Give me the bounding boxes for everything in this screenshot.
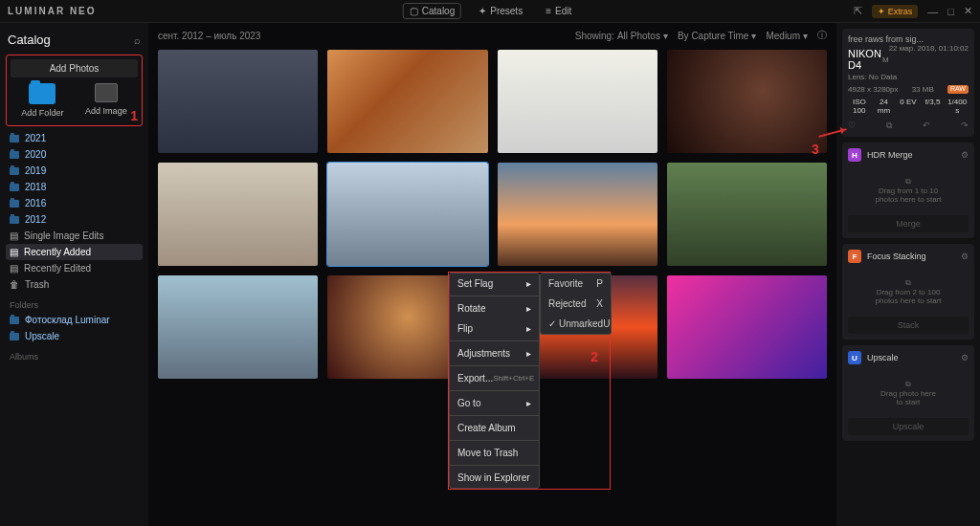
info-filename: free raws from sig... (848, 34, 924, 44)
info-date: 22 мар. 2018, 01:10:02 (889, 44, 969, 53)
exif-row: ISO 100 24 mm 0 EV f/3,5 1/400 s (848, 98, 969, 115)
tab-catalog[interactable]: ▢ Catalog (403, 3, 461, 19)
dimensions: 4928 x 3280px (848, 85, 899, 94)
image-icon (95, 83, 118, 102)
thumbnail[interactable] (667, 50, 827, 153)
sub-unmarked[interactable]: UnmarkedU (541, 314, 611, 334)
gear-icon[interactable]: ⚙ (961, 150, 969, 160)
annotation-1: 1 (130, 108, 138, 123)
hdr-merge-card[interactable]: HHDR Merge⚙ ⧉Drag from 1 to 10 photos he… (842, 142, 974, 238)
single-edits-item[interactable]: ▤ Single Image Edits (6, 228, 143, 244)
folder-icon (29, 83, 56, 104)
annotation-3: 3 (812, 142, 819, 157)
tab-presets[interactable]: ✦ Presets (473, 4, 528, 18)
chevron-right-icon: ▸ (526, 278, 531, 289)
thumbnail[interactable] (158, 163, 318, 266)
thumbnail[interactable] (667, 275, 827, 379)
year-item[interactable]: 2020 (6, 146, 143, 163)
add-folder-button[interactable]: Add Folder (21, 83, 63, 118)
thumbnail[interactable] (498, 50, 657, 153)
ctx-flip[interactable]: Flip▸ (450, 318, 539, 339)
thumbnail[interactable] (158, 50, 318, 153)
flag-submenu: FavoriteP RejectedX UnmarkedU (540, 273, 612, 335)
info-toggle-icon[interactable]: ⓘ (817, 29, 827, 42)
filesize: 33 MB (912, 85, 934, 94)
tab-edit[interactable]: ≡ Edit (540, 4, 577, 18)
upscale-hint: ⧉Drag photo here to start (848, 372, 969, 414)
sort-filter[interactable]: By Capture Time ▾ (678, 31, 756, 41)
focus-stacking-card[interactable]: FFocus Stacking⚙ ⧉Drag from 2 to 100 pho… (842, 244, 974, 340)
ctx-export[interactable]: Export...Shift+Ctrl+E (450, 368, 539, 388)
merge-button[interactable]: Merge (848, 215, 969, 232)
thumbnail-selected[interactable] (327, 163, 487, 266)
info-card: free raws from sig... 22 мар. 2018, 01:1… (842, 29, 974, 137)
camera-model: NIKON D4M (848, 48, 889, 71)
extras-button[interactable]: ✦ Extras (872, 5, 919, 18)
date-range: сент. 2012 – июль 2023 (158, 31, 260, 41)
export-icon[interactable]: ⇱ (854, 5, 862, 17)
ctx-trash[interactable]: Move to Trash (450, 443, 539, 463)
thumbnail[interactable] (667, 163, 827, 266)
year-item[interactable]: 2016 (6, 195, 143, 211)
year-item[interactable]: 2019 (6, 163, 143, 179)
thumbnail[interactable] (498, 163, 657, 266)
year-item[interactable]: 2021 (6, 130, 143, 146)
rotate-left-icon[interactable]: ↶ (923, 121, 930, 131)
main-header: сент. 2012 – июль 2023 Showing: All Phot… (148, 23, 836, 48)
stack-button[interactable]: Stack (848, 317, 969, 334)
gear-icon[interactable]: ⚙ (961, 353, 969, 362)
upscale-card[interactable]: UUpscale⚙ ⧉Drag photo here to start Upsc… (842, 345, 974, 441)
add-photos-header[interactable]: Add Photos (11, 59, 138, 77)
year-item[interactable]: 2012 (6, 211, 143, 228)
folder-icon (10, 167, 19, 175)
folder-item[interactable]: Upscale (6, 328, 143, 344)
minimize-icon[interactable]: — (927, 6, 938, 17)
chevron-right-icon: ▸ (526, 323, 531, 334)
annotation-2: 2 (590, 349, 598, 364)
mode-tabs: ▢ Catalog ✦ Presets ≡ Edit (403, 3, 577, 19)
upscale-icon: U (848, 351, 861, 364)
lens-info: Lens: No Data (848, 73, 969, 81)
filters: Showing: All Photos ▾ By Capture Time ▾ … (575, 29, 827, 42)
ctx-rotate[interactable]: Rotate▸ (450, 298, 539, 318)
thumbnail[interactable] (327, 50, 487, 153)
ctx-set-flag[interactable]: Set Flag▸ (450, 274, 539, 294)
folder-icon (10, 151, 19, 159)
showing-filter[interactable]: Showing: All Photos ▾ (575, 31, 668, 41)
add-image-button[interactable]: Add Image (85, 83, 127, 118)
folder-icon (10, 135, 19, 142)
year-item[interactable]: 2018 (6, 179, 143, 195)
add-photos-panel: Add Photos Add Folder Add Image 1 (6, 55, 143, 126)
top-bar: LUMINAR NEO ▢ Catalog ✦ Presets ≡ Edit ⇱… (0, 0, 980, 23)
catalog-title: Catalog (8, 33, 51, 47)
folder-item[interactable]: Фотосклад Luminar (6, 312, 143, 328)
sub-favorite[interactable]: FavoriteP (541, 274, 611, 294)
maximize-icon[interactable]: □ (947, 6, 954, 17)
recently-edited-item[interactable]: ▤ Recently Edited (6, 260, 143, 276)
folder-icon (10, 200, 19, 208)
close-icon[interactable]: ✕ (964, 5, 972, 17)
format-badge: RAW (947, 85, 969, 94)
folder-icon (10, 216, 19, 224)
sidebar: Catalog ⌕ Add Photos Add Folder Add Imag… (0, 23, 148, 526)
window-controls: ⇱ ✦ Extras — □ ✕ (854, 5, 972, 18)
ctx-goto[interactable]: Go to▸ (450, 393, 539, 413)
copy-icon[interactable]: ⧉ (886, 121, 892, 131)
ctx-create-album[interactable]: Create Album (450, 418, 539, 438)
context-menu-area: Set Flag▸ Rotate▸ Flip▸ Adjustments▸ Exp… (448, 272, 611, 490)
search-icon[interactable]: ⌕ (134, 34, 141, 46)
chevron-right-icon: ▸ (526, 398, 531, 408)
trash-item[interactable]: 🗑 Trash (6, 276, 143, 293)
favorite-icon[interactable]: ♡ (848, 121, 856, 131)
ctx-explorer[interactable]: Show in Explorer (450, 468, 539, 488)
gear-icon[interactable]: ⚙ (961, 252, 969, 261)
rotate-right-icon[interactable]: ↷ (961, 121, 969, 131)
size-filter[interactable]: Medium ▾ (766, 31, 808, 41)
upscale-button[interactable]: Upscale (848, 418, 969, 435)
right-panel: free raws from sig... 22 мар. 2018, 01:1… (836, 23, 980, 526)
ctx-adjustments[interactable]: Adjustments▸ (450, 343, 539, 363)
thumbnail[interactable] (158, 275, 318, 379)
recently-added-item[interactable]: ▤ Recently Added (6, 244, 143, 260)
sub-rejected[interactable]: RejectedX (541, 294, 611, 314)
focus-icon: F (848, 250, 861, 263)
